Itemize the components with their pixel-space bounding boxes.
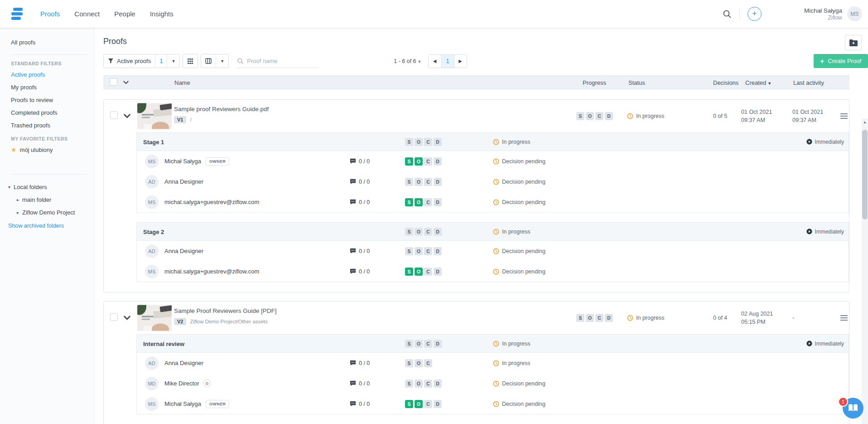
- create-new-button[interactable]: +: [747, 7, 762, 21]
- settings-gear-icon[interactable]: ⚙: [203, 380, 211, 387]
- badge-c: C: [424, 138, 432, 146]
- participant-row: ADAnna Designer0 / 0SOCDDecision pending: [137, 241, 849, 261]
- comment-icon: [350, 158, 356, 164]
- status-label: Decision pending: [502, 158, 545, 165]
- badge-c: C: [595, 314, 603, 322]
- favorite-label: mój ulubiony: [20, 146, 53, 153]
- pagination-range: 1 - 6 of 6: [394, 58, 416, 64]
- plus-icon: +: [820, 57, 825, 65]
- stages-panel: Stage 1SOCDIn progressImmediatelyMSMicha…: [136, 132, 849, 292]
- sidebar-local-folders[interactable]: ▾ Local folders: [0, 180, 94, 193]
- col-status[interactable]: Status: [628, 79, 645, 86]
- col-last-activity[interactable]: Last activity: [793, 79, 824, 86]
- next-page-button[interactable]: ▶: [454, 55, 467, 68]
- collapse-chevron-icon[interactable]: [124, 114, 130, 118]
- comment-count-label: 0 / 0: [359, 380, 370, 387]
- last-activity-cell: 01 Oct 202109:37 AM: [792, 108, 823, 124]
- sidebar-item-proofs-to-review[interactable]: Proofs to review: [0, 93, 94, 106]
- filter-button[interactable]: Active proofs: [104, 54, 155, 68]
- collapse-chevron-icon[interactable]: [124, 316, 130, 320]
- sidebar-item-trashed-proofs[interactable]: Trashed proofs: [0, 119, 94, 132]
- scroll-up-arrow-icon[interactable]: ▲: [862, 118, 868, 126]
- created-cell: 02 Aug 202105:15 PM: [741, 310, 773, 326]
- status: Decision pending: [493, 248, 545, 254]
- clock-icon: [493, 179, 499, 185]
- caret-down-icon: ▼: [220, 59, 224, 63]
- folders-list: ▸main folder▸Ziflow Demo Project: [0, 193, 94, 219]
- search-icon[interactable]: [723, 10, 732, 19]
- participant-name: Mike Director: [164, 380, 199, 387]
- columns-icon: [205, 58, 212, 64]
- create-proof-button[interactable]: + Create Proof: [814, 54, 868, 68]
- badge-s: S: [405, 359, 413, 367]
- columns-button[interactable]: [201, 54, 216, 68]
- badge-d: D: [434, 138, 442, 146]
- nav-item-people[interactable]: People: [114, 10, 135, 18]
- badge-c: C: [424, 247, 432, 255]
- pagination: 1 - 6 of 6▼ ◀ 1 ▶: [394, 54, 467, 68]
- col-decisions[interactable]: Decisions: [713, 79, 738, 86]
- prev-page-button[interactable]: ◀: [429, 55, 441, 68]
- badge-d: D: [605, 112, 613, 120]
- avatar: MS: [145, 195, 159, 209]
- comment-count: 0 / 0: [350, 179, 370, 185]
- col-name[interactable]: Name: [174, 79, 190, 86]
- col-created[interactable]: Created▼: [745, 79, 772, 86]
- proof-checkbox[interactable]: [110, 313, 118, 321]
- immediately-icon: [806, 341, 812, 346]
- badge-c: C: [424, 178, 432, 186]
- row-menu-button[interactable]: [840, 113, 848, 119]
- col-progress[interactable]: Progress: [583, 79, 606, 86]
- version-badge: V1: [174, 116, 186, 123]
- status-label: In progress: [636, 315, 665, 321]
- proof-thumbnail[interactable]: [137, 103, 172, 129]
- scrollbar-thumb[interactable]: [862, 130, 868, 219]
- proof-name-block: Sample proof Reviewers Guide.pdfV1/: [174, 106, 269, 123]
- pagination-range-dropdown[interactable]: 1 - 6 of 6▼: [394, 58, 421, 64]
- sidebar-item-all-proofs[interactable]: All proofs: [0, 36, 94, 49]
- avatar[interactable]: MS: [847, 6, 862, 21]
- badge-c: C: [424, 400, 432, 408]
- columns-dropdown-button[interactable]: ▼: [216, 54, 228, 68]
- user-info[interactable]: Michał Sałyga Ziflow: [804, 7, 842, 21]
- comment-count-label: 0 / 0: [359, 401, 370, 407]
- stage-block-stage-2: Stage 2SOCDIn progressImmediatelyADAnna …: [136, 222, 849, 282]
- sidebar-folder-ziflow-demo-project[interactable]: ▸Ziflow Demo Project: [0, 206, 94, 219]
- proof-name-link[interactable]: Sample Proof Reviewers Guide [PDF]: [174, 307, 277, 314]
- socd-badges: SOC: [405, 359, 432, 367]
- badge-d: D: [434, 247, 442, 255]
- ziflow-logo-icon[interactable]: [11, 8, 23, 20]
- nav-item-proofs[interactable]: Proofs: [40, 10, 60, 18]
- status-label: Decision pending: [502, 268, 545, 275]
- view-grid-button[interactable]: [183, 54, 198, 68]
- bulk-expand-chevron-icon[interactable]: [123, 81, 129, 84]
- sidebar-item-completed-proofs[interactable]: Completed proofs: [0, 106, 94, 119]
- stage-block-internal-review: Internal reviewSOCDIn progressImmediatel…: [136, 334, 849, 414]
- proof-checkbox[interactable]: [110, 112, 118, 119]
- search-input[interactable]: [247, 58, 315, 64]
- current-page-button[interactable]: 1: [441, 55, 454, 68]
- status: Decision pending: [493, 268, 545, 275]
- stage-deadline: Immediately: [806, 139, 844, 145]
- nav-item-connect[interactable]: Connect: [74, 10, 100, 18]
- proof-thumbnail[interactable]: [137, 305, 172, 331]
- new-folder-button[interactable]: [845, 35, 862, 50]
- sidebar-item-active-proofs[interactable]: Active proofs: [0, 68, 94, 81]
- sidebar-item-my-proofs[interactable]: My proofs: [0, 81, 94, 93]
- proof-name-link[interactable]: Sample proof Reviewers Guide.pdf: [174, 106, 269, 112]
- status: In progress: [493, 139, 530, 145]
- show-archived-folders-link[interactable]: Show archived folders: [0, 220, 94, 231]
- decisions-cell: 0 of 5: [713, 112, 727, 120]
- filter-count[interactable]: 1: [155, 54, 167, 68]
- select-all-checkbox[interactable]: [110, 78, 117, 86]
- folder-label: Ziflow Demo Project: [22, 209, 75, 216]
- nav-item-insights[interactable]: Insights: [150, 10, 174, 18]
- sidebar-favorite-m-j-ulubiony[interactable]: ★mój ulubiony: [0, 143, 94, 156]
- toolbar: Active proofs 1 ▼ ▼ 1 - 6 o: [103, 54, 868, 68]
- clock-icon: [493, 139, 499, 145]
- badge-d: D: [434, 198, 442, 206]
- sidebar-folder-main-folder[interactable]: ▸main folder: [0, 193, 94, 206]
- row-menu-button[interactable]: [840, 315, 848, 321]
- filter-dropdown-button[interactable]: ▼: [167, 54, 179, 68]
- badge-s: S: [405, 198, 413, 206]
